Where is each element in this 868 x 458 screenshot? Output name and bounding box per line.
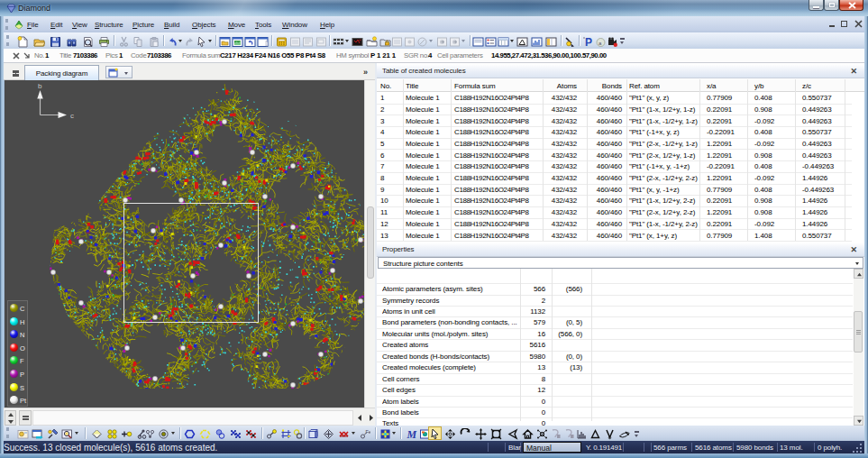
svg-text:b: b [38, 82, 42, 90]
svg-text:P: P [585, 36, 592, 48]
svg-text:Fe: Fe [366, 429, 371, 435]
svg-text:c: c [70, 112, 74, 120]
svg-text:M: M [407, 428, 417, 440]
